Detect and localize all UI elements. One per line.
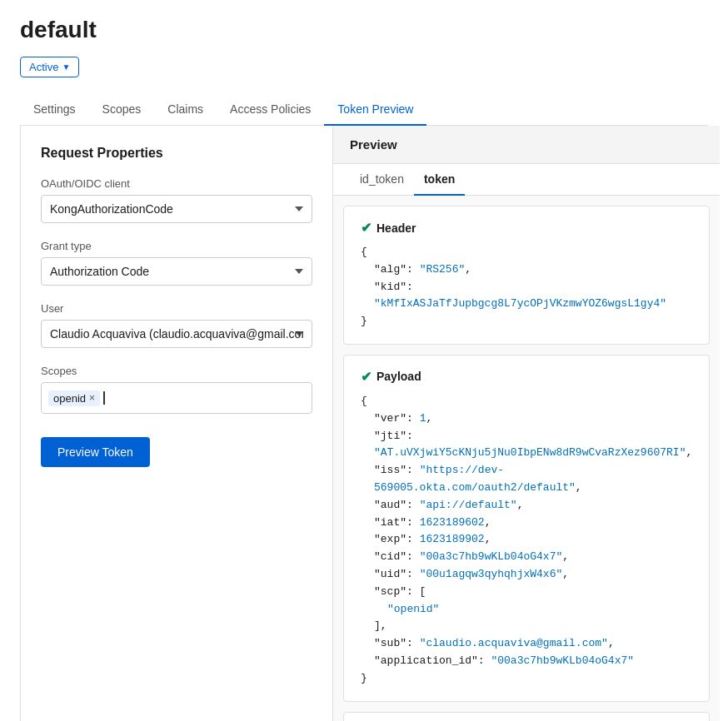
left-panel: Request Properties OAuth/OIDC client Kon… bbox=[21, 126, 333, 721]
oauth-client-label: OAuth/OIDC client bbox=[41, 177, 312, 190]
oauth-client-select[interactable]: KongAuthorizationCode bbox=[41, 195, 312, 223]
user-select[interactable]: Claudio Acquaviva (claudio.acquaviva@gma… bbox=[41, 320, 312, 348]
scopes-group: Scopes openid × bbox=[41, 365, 312, 414]
preview-header: Preview bbox=[333, 126, 720, 164]
header-json: { "alg": "RS256", "kid": "kMfIxASJaTfJup… bbox=[361, 244, 692, 331]
tab-settings[interactable]: Settings bbox=[20, 94, 89, 126]
tab-claims[interactable]: Claims bbox=[154, 94, 217, 126]
grant-type-label: Grant type bbox=[41, 240, 312, 252]
scope-tag-label: openid bbox=[53, 392, 86, 405]
scopes-cursor bbox=[103, 391, 105, 405]
header-section-title: ✔ Header bbox=[361, 220, 692, 236]
tab-scopes[interactable]: Scopes bbox=[89, 94, 155, 126]
tab-token-preview[interactable]: Token Preview bbox=[324, 94, 426, 126]
grant-type-group: Grant type Authorization Code bbox=[41, 240, 312, 286]
oauth-client-group: OAuth/OIDC client KongAuthorizationCode bbox=[41, 177, 312, 223]
payload-check-icon: ✔ bbox=[361, 369, 371, 385]
tab-access-policies[interactable]: Access Policies bbox=[217, 94, 324, 126]
payload-json: { "ver": 1, "jti": "AT.uVXjwiY5cKNju5jNu… bbox=[361, 393, 692, 688]
token-tab-token[interactable]: token bbox=[414, 164, 465, 196]
signature-section: ✔ Signature /* The JWT signature has bee… bbox=[343, 712, 710, 721]
page-title: default bbox=[20, 17, 708, 43]
right-panel: Preview id_token token ✔ Header { "alg":… bbox=[333, 126, 720, 721]
grant-type-select[interactable]: Authorization Code bbox=[41, 257, 312, 286]
user-group: User Claudio Acquaviva (claudio.acquaviv… bbox=[41, 302, 312, 348]
main-tabs: Settings Scopes Claims Access Policies T… bbox=[20, 94, 708, 126]
chevron-down-icon: ▼ bbox=[62, 62, 70, 72]
status-dropdown[interactable]: Active ▼ bbox=[20, 57, 79, 77]
scope-tag-openid: openid × bbox=[48, 390, 100, 406]
scopes-input[interactable]: openid × bbox=[41, 382, 312, 414]
check-icon: ✔ bbox=[361, 220, 371, 236]
token-tab-id-token[interactable]: id_token bbox=[350, 164, 414, 196]
main-content: Request Properties OAuth/OIDC client Kon… bbox=[20, 126, 708, 721]
scopes-label: Scopes bbox=[41, 365, 312, 377]
token-tabs: id_token token bbox=[333, 164, 720, 196]
payload-section-title: ✔ Payload bbox=[361, 369, 692, 385]
preview-token-button[interactable]: Preview Token bbox=[41, 437, 150, 467]
status-label: Active bbox=[29, 61, 58, 73]
payload-section: ✔ Payload { "ver": 1, "jti": "AT.uVXjwiY… bbox=[343, 355, 710, 702]
scope-tag-remove[interactable]: × bbox=[89, 392, 95, 404]
header-section: ✔ Header { "alg": "RS256", "kid": "kMfIx… bbox=[343, 206, 710, 345]
user-label: User bbox=[41, 302, 312, 315]
panel-title: Request Properties bbox=[41, 146, 312, 161]
